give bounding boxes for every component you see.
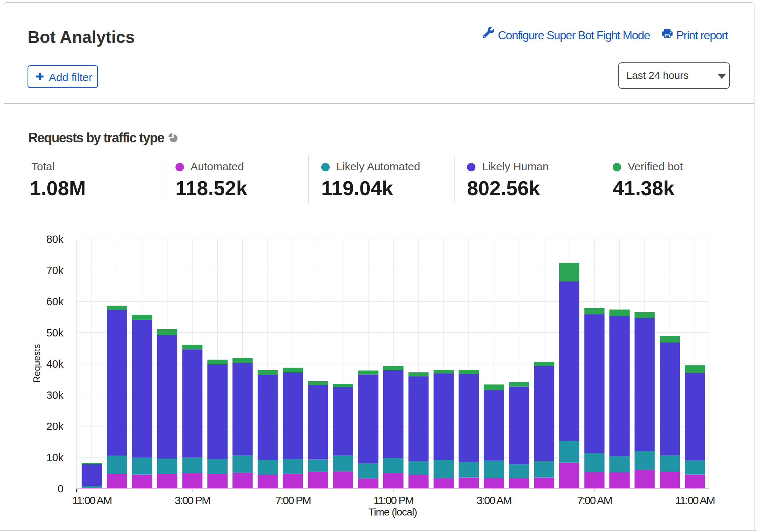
svg-text:3:00 AM: 3:00 AM xyxy=(477,494,511,506)
svg-text:30k: 30k xyxy=(46,389,64,401)
svg-text:70k: 70k xyxy=(46,265,64,276)
svg-text:0: 0 xyxy=(58,483,64,495)
svg-text:3:00 PM: 3:00 PM xyxy=(175,494,210,506)
svg-text:11:00 AM: 11:00 AM xyxy=(72,494,112,506)
svg-text:20k: 20k xyxy=(46,420,64,432)
svg-text:11:00 PM: 11:00 PM xyxy=(373,494,413,506)
svg-text:10k: 10k xyxy=(46,452,64,463)
svg-text:11:00 AM: 11:00 AM xyxy=(675,494,714,506)
svg-text:40k: 40k xyxy=(46,358,64,370)
svg-text:80k: 80k xyxy=(46,233,64,245)
svg-text:60k: 60k xyxy=(46,296,64,307)
svg-text:7:00 PM: 7:00 PM xyxy=(275,494,311,506)
svg-text:7:00 AM: 7:00 AM xyxy=(577,494,612,506)
svg-text:Requests: Requests xyxy=(32,344,42,383)
svg-text:50k: 50k xyxy=(46,327,64,339)
svg-text:Time (local): Time (local) xyxy=(369,506,417,518)
